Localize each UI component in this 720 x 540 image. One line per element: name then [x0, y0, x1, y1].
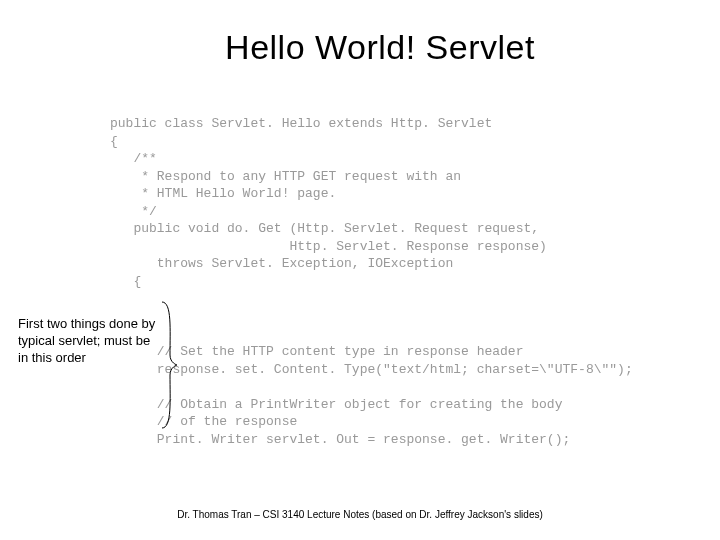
brace-icon — [160, 300, 178, 430]
footer-credit: Dr. Thomas Tran – CSI 3140 Lecture Notes… — [0, 509, 720, 520]
code-sample: public class Servlet. Hello extends Http… — [110, 115, 633, 448]
annotation-text: First two things done by typical servlet… — [18, 316, 163, 367]
slide-title: Hello World! Servlet — [40, 28, 720, 67]
